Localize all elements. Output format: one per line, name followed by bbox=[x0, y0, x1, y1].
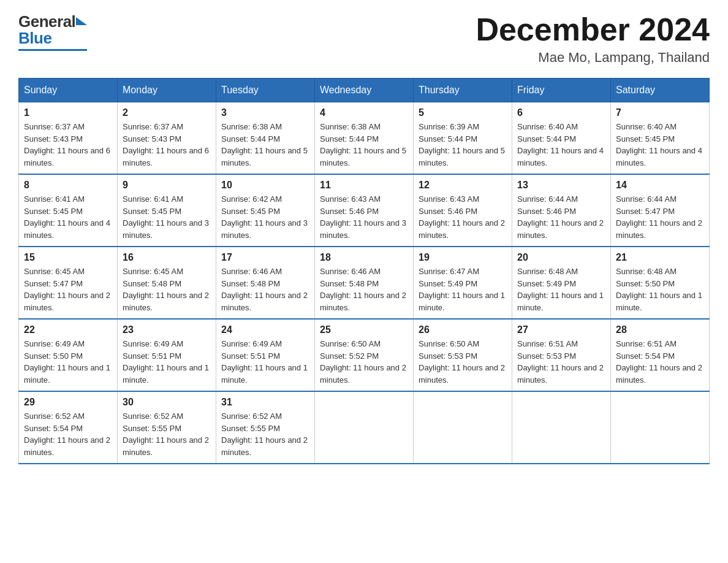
calendar-cell: 30 Sunrise: 6:52 AMSunset: 5:55 PMDaylig… bbox=[118, 391, 216, 464]
col-header-thursday: Thursday bbox=[414, 79, 512, 102]
calendar-cell: 7 Sunrise: 6:40 AMSunset: 5:45 PMDayligh… bbox=[611, 102, 710, 175]
day-number: 4 bbox=[320, 107, 408, 118]
calendar-cell: 6 Sunrise: 6:40 AMSunset: 5:44 PMDayligh… bbox=[512, 102, 611, 175]
calendar-cell: 1 Sunrise: 6:37 AMSunset: 5:43 PMDayligh… bbox=[19, 102, 118, 175]
calendar-cell: 28 Sunrise: 6:51 AMSunset: 5:54 PMDaylig… bbox=[611, 319, 710, 391]
week-row-3: 15 Sunrise: 6:45 AMSunset: 5:47 PMDaylig… bbox=[19, 247, 710, 319]
day-number: 17 bbox=[221, 252, 309, 263]
day-info: Sunrise: 6:47 AMSunset: 5:49 PMDaylight:… bbox=[419, 267, 505, 312]
calendar-cell: 10 Sunrise: 6:42 AMSunset: 5:45 PMDaylig… bbox=[216, 174, 315, 247]
day-number: 15 bbox=[24, 252, 112, 263]
calendar-cell: 8 Sunrise: 6:41 AMSunset: 5:45 PMDayligh… bbox=[19, 174, 118, 247]
day-info: Sunrise: 6:49 AMSunset: 5:51 PMDaylight:… bbox=[221, 339, 308, 385]
day-info: Sunrise: 6:52 AMSunset: 5:55 PMDaylight:… bbox=[221, 412, 308, 457]
calendar-cell: 9 Sunrise: 6:41 AMSunset: 5:45 PMDayligh… bbox=[118, 174, 216, 247]
calendar-cell: 3 Sunrise: 6:38 AMSunset: 5:44 PMDayligh… bbox=[216, 102, 315, 175]
day-number: 18 bbox=[320, 252, 408, 263]
col-header-saturday: Saturday bbox=[611, 79, 710, 102]
calendar-cell: 18 Sunrise: 6:46 AMSunset: 5:48 PMDaylig… bbox=[315, 247, 414, 319]
day-number: 25 bbox=[320, 324, 408, 335]
day-number: 12 bbox=[419, 180, 507, 191]
calendar-cell: 27 Sunrise: 6:51 AMSunset: 5:53 PMDaylig… bbox=[512, 319, 611, 391]
day-info: Sunrise: 6:48 AMSunset: 5:50 PMDaylight:… bbox=[616, 267, 702, 312]
calendar-cell bbox=[512, 391, 611, 464]
day-number: 10 bbox=[221, 180, 309, 191]
day-number: 3 bbox=[221, 107, 309, 118]
calendar-header-row: Sunday Monday Tuesday Wednesday Thursday… bbox=[19, 79, 710, 102]
day-number: 1 bbox=[24, 107, 112, 118]
calendar-cell: 2 Sunrise: 6:37 AMSunset: 5:43 PMDayligh… bbox=[118, 102, 216, 175]
logo-blue: Blue bbox=[18, 29, 51, 48]
day-info: Sunrise: 6:46 AMSunset: 5:48 PMDaylight:… bbox=[320, 267, 406, 312]
day-number: 19 bbox=[419, 252, 507, 263]
day-number: 11 bbox=[320, 180, 408, 191]
title-section: December 2024 Mae Mo, Lampang, Thailand bbox=[476, 12, 710, 66]
week-row-5: 29 Sunrise: 6:52 AMSunset: 5:54 PMDaylig… bbox=[19, 391, 710, 464]
day-number: 31 bbox=[221, 397, 309, 408]
day-number: 21 bbox=[616, 252, 704, 263]
calendar-cell: 13 Sunrise: 6:44 AMSunset: 5:46 PMDaylig… bbox=[512, 174, 611, 247]
day-info: Sunrise: 6:51 AMSunset: 5:54 PMDaylight:… bbox=[616, 339, 702, 385]
day-info: Sunrise: 6:40 AMSunset: 5:45 PMDaylight:… bbox=[616, 122, 702, 167]
calendar-table: Sunday Monday Tuesday Wednesday Thursday… bbox=[18, 78, 710, 464]
day-info: Sunrise: 6:39 AMSunset: 5:44 PMDaylight:… bbox=[419, 122, 505, 167]
day-info: Sunrise: 6:49 AMSunset: 5:51 PMDaylight:… bbox=[123, 339, 209, 385]
day-info: Sunrise: 6:43 AMSunset: 5:46 PMDaylight:… bbox=[419, 194, 505, 240]
day-info: Sunrise: 6:45 AMSunset: 5:47 PMDaylight:… bbox=[24, 267, 110, 312]
day-number: 13 bbox=[517, 180, 605, 191]
calendar-cell: 22 Sunrise: 6:49 AMSunset: 5:50 PMDaylig… bbox=[19, 319, 118, 391]
day-number: 27 bbox=[517, 324, 605, 335]
day-info: Sunrise: 6:38 AMSunset: 5:44 PMDaylight:… bbox=[221, 122, 308, 167]
calendar-cell: 24 Sunrise: 6:49 AMSunset: 5:51 PMDaylig… bbox=[216, 319, 315, 391]
calendar-cell: 29 Sunrise: 6:52 AMSunset: 5:54 PMDaylig… bbox=[19, 391, 118, 464]
day-info: Sunrise: 6:42 AMSunset: 5:45 PMDaylight:… bbox=[221, 194, 308, 240]
day-number: 14 bbox=[616, 180, 704, 191]
day-info: Sunrise: 6:49 AMSunset: 5:50 PMDaylight:… bbox=[24, 339, 110, 385]
calendar-cell bbox=[414, 391, 512, 464]
calendar-cell: 31 Sunrise: 6:52 AMSunset: 5:55 PMDaylig… bbox=[216, 391, 315, 464]
day-number: 16 bbox=[123, 252, 211, 263]
day-number: 20 bbox=[517, 252, 605, 263]
day-number: 24 bbox=[221, 324, 309, 335]
day-number: 9 bbox=[123, 180, 211, 191]
day-info: Sunrise: 6:52 AMSunset: 5:55 PMDaylight:… bbox=[123, 412, 209, 457]
calendar-cell: 5 Sunrise: 6:39 AMSunset: 5:44 PMDayligh… bbox=[414, 102, 512, 175]
calendar-cell: 4 Sunrise: 6:38 AMSunset: 5:44 PMDayligh… bbox=[315, 102, 414, 175]
week-row-2: 8 Sunrise: 6:41 AMSunset: 5:45 PMDayligh… bbox=[19, 174, 710, 247]
calendar-cell: 17 Sunrise: 6:46 AMSunset: 5:48 PMDaylig… bbox=[216, 247, 315, 319]
day-number: 23 bbox=[123, 324, 211, 335]
day-number: 29 bbox=[24, 397, 112, 408]
location-title: Mae Mo, Lampang, Thailand bbox=[476, 50, 710, 66]
day-number: 22 bbox=[24, 324, 112, 335]
day-number: 5 bbox=[419, 107, 507, 118]
col-header-tuesday: Tuesday bbox=[216, 79, 315, 102]
day-info: Sunrise: 6:52 AMSunset: 5:54 PMDaylight:… bbox=[24, 412, 110, 457]
day-info: Sunrise: 6:45 AMSunset: 5:48 PMDaylight:… bbox=[123, 267, 209, 312]
col-header-wednesday: Wednesday bbox=[315, 79, 414, 102]
day-info: Sunrise: 6:37 AMSunset: 5:43 PMDaylight:… bbox=[123, 122, 209, 167]
calendar-cell: 19 Sunrise: 6:47 AMSunset: 5:49 PMDaylig… bbox=[414, 247, 512, 319]
logo: General Blue bbox=[18, 12, 87, 51]
logo-triangle-icon bbox=[76, 17, 87, 25]
calendar-cell bbox=[611, 391, 710, 464]
logo-underline bbox=[18, 49, 87, 51]
day-info: Sunrise: 6:44 AMSunset: 5:46 PMDaylight:… bbox=[517, 194, 604, 240]
week-row-4: 22 Sunrise: 6:49 AMSunset: 5:50 PMDaylig… bbox=[19, 319, 710, 391]
calendar-cell: 11 Sunrise: 6:43 AMSunset: 5:46 PMDaylig… bbox=[315, 174, 414, 247]
day-info: Sunrise: 6:38 AMSunset: 5:44 PMDaylight:… bbox=[320, 122, 406, 167]
day-number: 8 bbox=[24, 180, 112, 191]
week-row-1: 1 Sunrise: 6:37 AMSunset: 5:43 PMDayligh… bbox=[19, 102, 710, 175]
page-header: General Blue December 2024 Mae Mo, Lampa… bbox=[18, 12, 710, 66]
day-number: 28 bbox=[616, 324, 704, 335]
day-info: Sunrise: 6:51 AMSunset: 5:53 PMDaylight:… bbox=[517, 339, 604, 385]
calendar-cell: 14 Sunrise: 6:44 AMSunset: 5:47 PMDaylig… bbox=[611, 174, 710, 247]
calendar-cell: 15 Sunrise: 6:45 AMSunset: 5:47 PMDaylig… bbox=[19, 247, 118, 319]
month-title: December 2024 bbox=[476, 12, 710, 47]
col-header-sunday: Sunday bbox=[19, 79, 118, 102]
day-info: Sunrise: 6:37 AMSunset: 5:43 PMDaylight:… bbox=[24, 122, 110, 167]
day-number: 7 bbox=[616, 107, 704, 118]
calendar-cell: 25 Sunrise: 6:50 AMSunset: 5:52 PMDaylig… bbox=[315, 319, 414, 391]
day-number: 30 bbox=[123, 397, 211, 408]
calendar-cell: 23 Sunrise: 6:49 AMSunset: 5:51 PMDaylig… bbox=[118, 319, 216, 391]
day-info: Sunrise: 6:43 AMSunset: 5:46 PMDaylight:… bbox=[320, 194, 406, 240]
